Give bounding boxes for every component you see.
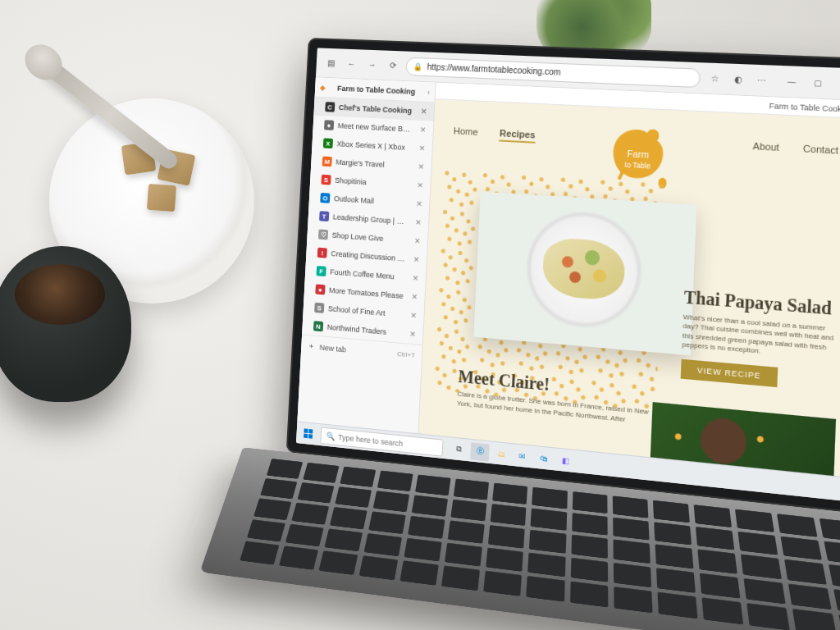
refresh-button[interactable]: ⟳ (385, 57, 402, 74)
lock-icon: 🔒 (413, 62, 422, 71)
tab-favicon-icon: ! (317, 248, 327, 258)
screen: ▤ ← → ⟳ 🔒 ☆ ◐ ⋯ — ▢ ✕ (296, 48, 840, 501)
svg-text:Farm: Farm (627, 149, 649, 160)
tab-favicon-icon: C (325, 102, 335, 112)
tab-label: Northwind Traders (326, 323, 404, 338)
tab-favicon-icon: N (313, 321, 323, 331)
hero-section: Home Recipes About Contact Farm (418, 99, 840, 477)
tab-close-button[interactable]: ✕ (416, 162, 427, 172)
start-button[interactable] (299, 424, 317, 443)
task-view-button[interactable]: ⧉ (450, 440, 468, 459)
tabs-group-title: Farm to Table Cooking (337, 84, 415, 95)
laptop-device: ▤ ← → ⟳ 🔒 ☆ ◐ ⋯ — ▢ ✕ (276, 38, 840, 630)
svg-rect-4 (308, 428, 313, 433)
site-nav-right: About Contact (752, 140, 838, 158)
tab-favicon-icon: O (320, 193, 330, 203)
tab-close-button[interactable]: ✕ (414, 199, 425, 209)
new-tab-label: New tab (319, 343, 346, 354)
svg-rect-5 (304, 433, 308, 438)
minimize-button[interactable]: — (779, 72, 804, 91)
tab-favicon-icon: ● (315, 284, 325, 294)
tab-label: Xbox Series X | Xbox (336, 139, 413, 152)
tab-label: Leadership Group | Microsoft (333, 212, 410, 226)
close-button[interactable]: ✕ (831, 74, 840, 93)
tab-close-button[interactable]: ✕ (413, 217, 424, 228)
tab-close-button[interactable]: ✕ (413, 235, 423, 246)
tab-favicon-icon: S (314, 303, 324, 313)
tabs-toggle-button[interactable]: ▤ (322, 54, 339, 71)
svg-rect-6 (308, 434, 313, 439)
tab-label: Outlook Mail (334, 194, 411, 208)
edge-taskbar-icon[interactable]: ⓔ (470, 442, 490, 461)
tab-close-button[interactable]: ✕ (419, 107, 430, 117)
tab-favicon-icon: X (323, 138, 333, 148)
tab-favicon-icon: T (319, 211, 329, 221)
plus-icon: ＋ (308, 340, 315, 352)
tab-label: More Tomatoes Please (329, 286, 406, 301)
svg-rect-3 (304, 428, 308, 433)
browser-body: ◆ Farm to Table Cooking ‹ CChef's Table … (297, 77, 840, 477)
collapse-tabs-button[interactable]: ‹ (427, 88, 431, 96)
tab-close-button[interactable]: ✕ (415, 180, 426, 191)
tab-label: Shop Love Give (331, 231, 409, 245)
profile-button[interactable]: ◐ (728, 71, 747, 89)
url-input[interactable] (427, 62, 692, 83)
tab-label: Fourth Coffee Menu (330, 267, 407, 281)
windows-logo-icon (304, 428, 313, 440)
tab-close-button[interactable]: ✕ (412, 254, 422, 265)
maximize-button[interactable]: ▢ (806, 73, 830, 92)
nav-about[interactable]: About (752, 140, 779, 154)
app-taskbar-icon[interactable]: ◧ (555, 450, 575, 470)
site-nav-left: Home Recipes (453, 126, 535, 144)
tab-list: CChef's Table Cooking✕●Meet new Surface … (302, 97, 434, 345)
vertical-tabs-sidebar: ◆ Farm to Table Cooking ‹ CChef's Table … (297, 77, 436, 433)
nav-home[interactable]: Home (453, 126, 477, 140)
tab-label: Meet new Surface Book 3 · 15.5" (337, 121, 414, 134)
sugar-cube (147, 184, 176, 212)
tab-favicon-icon: F (317, 266, 326, 276)
new-tab-shortcut: Ctrl+T (397, 350, 415, 359)
feature-blurb: What's nicer than a cool salad on a summ… (682, 313, 839, 363)
tab-label: School of Fine Art (328, 304, 405, 319)
tab-label: Shopitinia (335, 176, 412, 189)
window-controls: — ▢ ✕ (779, 72, 840, 93)
store-taskbar-icon[interactable]: 🛍 (534, 449, 554, 468)
webpage-viewport: Farm to Table Cooking Home Recipes About… (418, 83, 840, 477)
mail-taskbar-icon[interactable]: ✉ (513, 446, 532, 466)
tab-favicon-icon: ♡ (318, 229, 328, 240)
search-icon: 🔍 (326, 431, 335, 441)
brand-favicon-icon: ◆ (320, 83, 326, 91)
recipe-hero-image (473, 192, 696, 356)
tab-close-button[interactable]: ✕ (410, 273, 421, 284)
feature-recipe-block: Thai Papaya Salad What's nicer than a co… (681, 287, 840, 392)
tab-close-button[interactable]: ✕ (409, 291, 420, 302)
favorites-button[interactable]: ☆ (705, 69, 724, 87)
tab-favicon-icon: M (322, 157, 332, 167)
svg-text:to Table: to Table (624, 161, 651, 171)
coffee-mug (0, 246, 131, 402)
tab-close-button[interactable]: ✕ (417, 143, 427, 153)
tab-favicon-icon: ● (324, 120, 334, 130)
page-tab-title: Farm to Table Cooking (769, 101, 840, 113)
search-placeholder: Type here to search (338, 432, 403, 448)
view-recipe-button[interactable]: View Recipe (681, 358, 778, 386)
explorer-taskbar-icon[interactable]: 🗂 (491, 444, 511, 463)
back-button[interactable]: ← (343, 55, 359, 72)
tab-close-button[interactable]: ✕ (418, 125, 429, 135)
tab-label: Margie's Travel (336, 158, 413, 171)
tab-close-button[interactable]: ✕ (408, 329, 418, 340)
tab-label: Chef's Table Cooking (339, 103, 416, 116)
menu-button[interactable]: ⋯ (752, 71, 771, 89)
nav-contact[interactable]: Contact (803, 144, 839, 158)
nav-recipes[interactable]: Recipes (500, 128, 536, 144)
tab-label: Creating Discussion Guidelines (331, 249, 408, 263)
tab-favicon-icon: S (321, 175, 331, 185)
tab-close-button[interactable]: ✕ (409, 310, 419, 321)
forward-button[interactable]: → (363, 56, 381, 73)
screen-bezel: ▤ ← → ⟳ 🔒 ☆ ◐ ⋯ — ▢ ✕ (286, 38, 840, 514)
